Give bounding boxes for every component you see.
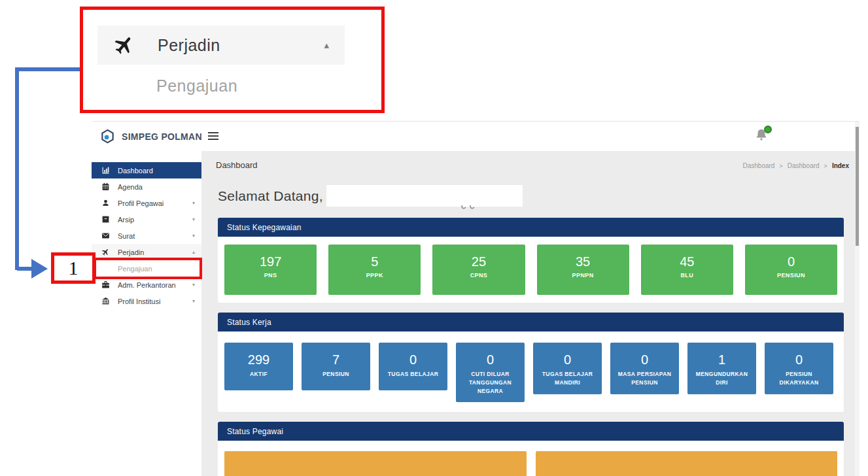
- sidebar-item-arsip[interactable]: Arsip ▾: [92, 211, 201, 228]
- welcome-heading: Selamat Datang,: [218, 188, 323, 204]
- stat-card-aktif: 299 AKTIF: [224, 343, 293, 390]
- arrow-segment-bottom: [17, 267, 33, 271]
- stat-value: 0: [614, 352, 676, 367]
- stat-value: 0: [536, 352, 599, 367]
- panel-header: Status Kerja: [218, 313, 844, 332]
- calendar-icon: [101, 182, 110, 192]
- panel-header: Status Kepegawaian: [218, 218, 844, 237]
- polman-logo-icon: [100, 129, 115, 144]
- breadcrumb-item[interactable]: Dashboard: [788, 162, 820, 169]
- sidebar: Dashboard Agenda Profil Pegawai ▾ Ar: [92, 151, 201, 476]
- brand-title: SIMPEG POLMAN: [122, 131, 202, 142]
- plane-icon: [101, 248, 110, 257]
- app-window: SIMPEG POLMAN Dashboard: [92, 121, 859, 476]
- sidebar-item-label: Adm. Perkantoran: [118, 281, 176, 289]
- breadcrumb: Dashboard > Dashboard > Index: [743, 162, 850, 169]
- arrow-head-icon: [31, 259, 48, 279]
- panel-status-kerja: Status Kerja 299 AKTIF 7 PENSIUN 0 TUGAS…: [218, 313, 844, 412]
- stat-value: 299: [228, 352, 290, 367]
- stat-label: PENSIUN: [305, 370, 367, 379]
- stat-label: PPNPN: [537, 272, 629, 279]
- stat-value: 7: [305, 352, 367, 367]
- stat-card-cpns: 25 CPNS: [432, 245, 525, 295]
- page-title: Dashboard: [216, 160, 258, 170]
- stat-card-tugas-belajar-mandiri: 0 TUGAS BELAJAR MANDIRI: [533, 343, 602, 394]
- brand-link[interactable]: SIMPEG POLMAN: [100, 129, 202, 144]
- user-icon: [101, 199, 110, 208]
- sidebar-item-profil-pegawai[interactable]: Profil Pegawai ▾: [92, 195, 201, 211]
- stat-card-orange: [536, 451, 838, 476]
- hamburger-menu-icon[interactable]: [208, 132, 218, 142]
- stat-card-pensiun-dikaryakan: 0 PENSIUN DIKARYAKAN: [765, 343, 833, 394]
- stat-card-pensiun: 0 PENSIUN: [745, 245, 837, 295]
- stat-value: 35: [537, 254, 629, 269]
- stat-value: 45: [641, 254, 733, 269]
- chevron-up-icon: ▴: [324, 39, 329, 51]
- panel-status-kepegawaian: Status Kepegawaian 197 PNS 5 PPPK 25 CPN…: [218, 218, 844, 303]
- stat-card-tugas-belajar: 0 TUGAS BELAJAR: [379, 343, 447, 390]
- callout-perjadin-menu-row: Perjadin ▴: [97, 26, 345, 65]
- chevron-down-icon: ▾: [192, 216, 195, 222]
- stat-value: 5: [328, 254, 421, 269]
- annotation-callout-box: Perjadin ▴ Pengajuan: [80, 7, 385, 113]
- chevron-down-icon: ▾: [192, 282, 195, 288]
- stat-label: MENGUNDURKAN DIRI: [691, 370, 753, 387]
- scrollbar-track: [855, 122, 859, 476]
- stat-card-blu: 45 BLU: [641, 245, 733, 295]
- text-descender-remnant: [460, 205, 479, 211]
- stat-value: 0: [459, 352, 521, 367]
- scrollbar-thumb[interactable]: [856, 127, 859, 246]
- chevron-up-icon: ▴: [192, 249, 195, 255]
- stat-value: 25: [432, 254, 525, 269]
- stat-label: MASA PERSIAPAN PENSIUN: [614, 370, 676, 387]
- stat-label: PENSIUN: [745, 272, 837, 279]
- bar-chart-icon: [101, 166, 110, 175]
- app-header: SIMPEG POLMAN: [92, 122, 859, 151]
- stat-card-mengundurkan-diri: 1 MENGUNDURKAN DIRI: [687, 343, 756, 394]
- notification-badge: [764, 126, 772, 133]
- annotation-pengajuan-highlight: [94, 258, 202, 279]
- stat-card-orange: [224, 451, 527, 476]
- stat-label: CPNS: [432, 272, 525, 279]
- breadcrumb-separator: >: [824, 163, 827, 169]
- sidebar-item-label: Dashboard: [118, 167, 153, 175]
- stat-value: 0: [382, 352, 444, 367]
- chevron-down-icon: ▾: [192, 233, 195, 239]
- sidebar-item-label: Arsip: [118, 216, 134, 224]
- stat-value: 1: [691, 352, 753, 367]
- sidebar-item-profil-institusi[interactable]: Profil Institusi ▾: [92, 293, 201, 309]
- stat-label: PNS: [224, 272, 317, 279]
- sidebar-item-agenda[interactable]: Agenda: [92, 178, 201, 195]
- sidebar-item-dashboard[interactable]: Dashboard: [92, 162, 201, 178]
- arrow-segment-vertical: [15, 67, 19, 270]
- stat-value: 0: [768, 352, 830, 367]
- chevron-down-icon: ▾: [192, 298, 195, 304]
- stat-card-pns: 197 PNS: [224, 245, 317, 295]
- stat-label: AKTIF: [228, 370, 290, 379]
- callout-pengajuan-label: Pengajuan: [156, 76, 237, 95]
- breadcrumb-item[interactable]: Dashboard: [743, 162, 775, 169]
- stat-card-masa-persiapan-pensiun: 0 MASA PERSIAPAN PENSIUN: [610, 343, 679, 394]
- envelope-icon: [101, 231, 110, 241]
- stat-card-pensiun: 7 PENSIUN: [302, 343, 370, 390]
- briefcase-icon: [101, 280, 110, 290]
- stat-label: TUGAS BELAJAR MANDIRI: [536, 370, 599, 387]
- sidebar-item-label: Surat: [118, 232, 135, 240]
- sidebar-item-label: Profil Pegawai: [118, 199, 164, 207]
- bank-icon: [101, 297, 110, 306]
- annotation-step-number: 1: [51, 252, 95, 284]
- main-content: Dashboard Dashboard > Dashboard > Index …: [201, 151, 859, 476]
- sidebar-item-label: Agenda: [118, 183, 143, 191]
- stat-card-cuti-diluar-tanggungan-negara: 0 CUTI DILUAR TANGGUNGAN NEGARA: [456, 343, 525, 402]
- breadcrumb-separator: >: [779, 163, 782, 169]
- sidebar-item-surat[interactable]: Surat ▾: [92, 228, 201, 244]
- breadcrumb-current: Index: [832, 162, 849, 169]
- panel-status-pegawai: Status Pegawai: [218, 422, 844, 476]
- notifications-bell-icon[interactable]: [754, 127, 771, 146]
- sidebar-item-label: Perjadin: [118, 248, 144, 256]
- plane-icon: [113, 34, 135, 56]
- stat-label: TUGAS BELAJAR: [382, 370, 444, 379]
- stat-value: 197: [224, 254, 317, 269]
- stat-label: BLU: [641, 272, 733, 279]
- chevron-down-icon: ▾: [192, 200, 195, 206]
